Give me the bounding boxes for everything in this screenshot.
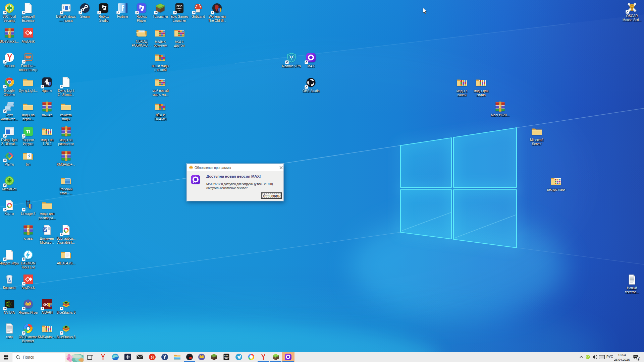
svg-text:Я: Я [151, 355, 154, 360]
svg-text:РУС: РУС [606, 355, 613, 359]
svg-text:GAMES: GAMES [224, 357, 229, 358]
svg-text:15:54: 15:54 [618, 353, 626, 357]
svg-text:EPIC: EPIC [224, 355, 229, 357]
svg-text:1: 1 [638, 357, 639, 360]
svg-text:Поиск: Поиск [23, 355, 34, 360]
svg-text:26.04.2026: 26.04.2026 [614, 358, 630, 361]
